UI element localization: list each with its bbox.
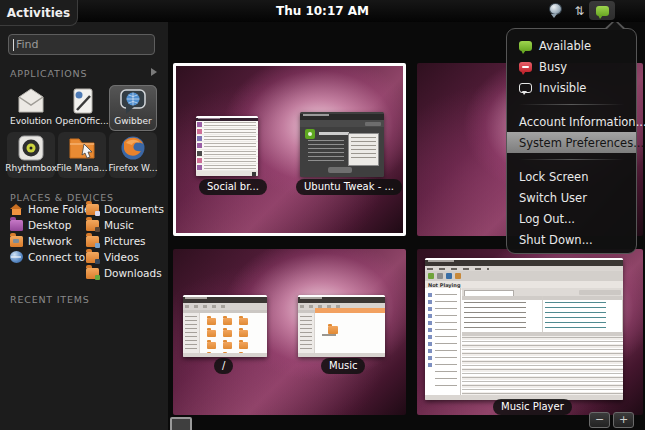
- menu-item-switch-user[interactable]: Switch User: [507, 187, 636, 208]
- window-label: Social br...: [199, 179, 267, 195]
- window-label: Music: [321, 358, 365, 374]
- place-item-network[interactable]: Network: [10, 235, 72, 247]
- videos-folder-icon: [86, 252, 99, 263]
- window-body: [298, 313, 385, 353]
- menu-item-label: Switch User: [519, 191, 587, 205]
- search-input[interactable]: Find: [8, 34, 155, 55]
- menu-item-account-information[interactable]: Account Information...: [507, 111, 636, 132]
- app-item-openoffice[interactable]: OpenOffic...: [58, 85, 106, 131]
- menu-item-label: Invisible: [539, 81, 586, 95]
- place-item-connect[interactable]: Connect to...: [10, 251, 95, 263]
- place-item-pictures[interactable]: Pictures: [86, 235, 146, 247]
- toolbar-icon: [455, 273, 461, 279]
- folder-thumb-icon: [207, 342, 216, 349]
- place-item-desktop[interactable]: Desktop: [10, 219, 71, 231]
- app-item-firefox[interactable]: Firefox W...: [109, 132, 157, 178]
- app-item-rhythmbox[interactable]: Rhythmbox: [7, 132, 55, 178]
- place-item-downloads[interactable]: Downloads: [86, 267, 162, 279]
- menu-item-label: System Preferences...: [519, 136, 644, 150]
- place-item-music[interactable]: Music: [86, 219, 134, 231]
- app-label: Gwibber: [114, 116, 152, 126]
- feed-row: [196, 150, 258, 157]
- app-item-file-manager[interactable]: File Mana...: [58, 132, 106, 178]
- app-item-gwibber[interactable]: Gwibber: [109, 85, 157, 131]
- folder-thumb-icon: [328, 326, 338, 334]
- window-thumbnail-social[interactable]: [196, 116, 258, 176]
- workspace-thumbnail-4[interactable]: Not Playing Music Player: [417, 249, 643, 415]
- inner-dialog: [348, 133, 379, 166]
- app-item-evolution[interactable]: Evolution: [7, 85, 55, 131]
- search-placeholder: Find: [16, 38, 39, 51]
- gwibber-icon: [119, 87, 147, 115]
- network-folder-icon: [10, 236, 23, 247]
- clock-button[interactable]: Thu 10:17 AM: [276, 0, 369, 22]
- feed-row: [196, 121, 258, 128]
- place-label: Home Folder: [28, 203, 95, 215]
- menu-item-available[interactable]: Available: [507, 35, 636, 56]
- window-thumbnail-music-player[interactable]: Not Playing: [425, 258, 623, 400]
- user-status-bubble-icon: [596, 6, 609, 16]
- workspace-view-toggle[interactable]: [170, 417, 192, 430]
- user-status-button[interactable]: [589, 1, 615, 20]
- window-menubar: [425, 266, 623, 271]
- pictures-folder-icon: [86, 236, 99, 247]
- place-label: Pictures: [104, 235, 146, 247]
- folder-thumb-icon: [223, 342, 232, 349]
- remove-workspace-button[interactable]: −: [589, 412, 610, 428]
- toolbar-icon: [437, 273, 443, 279]
- dialog-button: [328, 167, 352, 173]
- menu-item-label: Lock Screen: [519, 170, 588, 184]
- window-thumbnail-music-folder[interactable]: [298, 295, 385, 357]
- folder-grid: [202, 314, 266, 348]
- app-label: Firefox W...: [108, 163, 157, 173]
- menu-item-invisible[interactable]: Invisible: [507, 77, 636, 98]
- heading-line: [319, 132, 349, 135]
- applications-section-header: APPLICATIONS: [10, 68, 87, 79]
- rhythmbox-icon: [17, 134, 45, 162]
- place-item-home[interactable]: Home Folder: [10, 203, 95, 215]
- text-lines: [308, 140, 344, 162]
- folder-thumb-icon: [223, 318, 232, 325]
- firefox-icon: [119, 134, 147, 162]
- applications-expand-icon[interactable]: [151, 68, 157, 76]
- place-label: Downloads: [104, 267, 162, 279]
- desktop-folder-icon: [10, 220, 23, 231]
- place-item-videos[interactable]: Videos: [86, 251, 139, 263]
- folder-thumb-icon: [239, 342, 248, 349]
- available-bubble-icon: [519, 41, 532, 51]
- add-workspace-button[interactable]: +: [613, 412, 634, 428]
- recent-items-section-header: RECENT ITEMS: [10, 294, 90, 305]
- user-status-menu: Available Busy Invisible Account Informa…: [506, 28, 637, 254]
- workspace-thumbnail-3[interactable]: / Music: [173, 249, 406, 415]
- browser-panes: [462, 296, 623, 332]
- app-label: File Mana...: [57, 163, 108, 173]
- feed-row: [196, 142, 258, 149]
- place-item-documents[interactable]: Documents: [86, 203, 164, 215]
- menu-item-label: Available: [539, 39, 591, 53]
- menu-item-system-preferences[interactable]: System Preferences...: [507, 132, 636, 153]
- menu-item-label: Shut Down...: [519, 233, 593, 247]
- window-toolbar: [183, 303, 267, 310]
- place-label: Music: [104, 219, 134, 231]
- overview-sidebar: Find APPLICATIONS Evolution OpenOffic...…: [0, 22, 168, 430]
- im-client-icon[interactable]: [548, 3, 564, 18]
- search-bar: [462, 288, 623, 296]
- window-thumbnail-ubuntu-tweak[interactable]: [300, 112, 384, 177]
- ubuntu-tweak-logo-icon: [305, 129, 315, 139]
- menu-item-lock-screen[interactable]: Lock Screen: [507, 166, 636, 187]
- network-arrows-icon[interactable]: ⇅: [571, 2, 587, 20]
- gnome-shell-overview: Social br... Ubuntu Tweak - ...: [0, 0, 645, 430]
- window-thumbnail-root-folder[interactable]: [183, 295, 267, 357]
- workspace-thumbnail-1[interactable]: Social br... Ubuntu Tweak - ...: [173, 63, 406, 236]
- feed-row: [196, 157, 258, 164]
- menu-item-shut-down[interactable]: Shut Down...: [507, 229, 636, 250]
- menu-item-busy[interactable]: Busy: [507, 56, 636, 77]
- app-label: OpenOffic...: [55, 116, 108, 126]
- activities-button[interactable]: Activities: [0, 0, 78, 26]
- folder-thumb-icon: [223, 330, 232, 337]
- play-icon: [428, 273, 434, 279]
- menu-separator: [519, 104, 624, 105]
- text-caret: [13, 39, 14, 51]
- menu-item-log-out[interactable]: Log Out...: [507, 208, 636, 229]
- artist-pane: [462, 296, 543, 332]
